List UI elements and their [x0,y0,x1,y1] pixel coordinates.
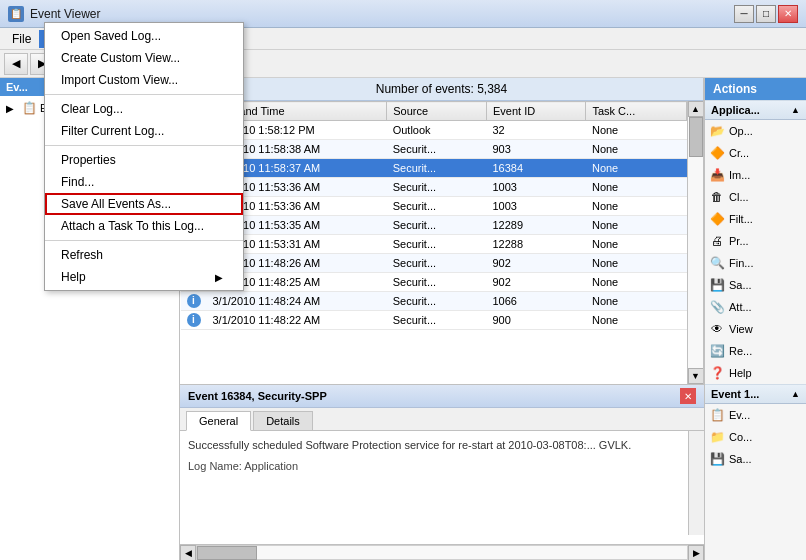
col-eventid[interactable]: Event ID [487,102,586,121]
detail-tabs: General Details [180,408,704,431]
menu-item-1[interactable]: Create Custom View... [45,47,243,69]
hscroll-track[interactable] [196,545,688,560]
scroll-thumb[interactable] [689,117,703,157]
menu-item-6[interactable]: Find... [45,171,243,193]
detail-title-bar: Event 16384, Security-SPP ✕ [180,385,704,408]
table-row[interactable]: i3/1/2010 11:53:31 AMSecurit...12288None [181,235,687,254]
action-item-0-8[interactable]: 📎Att... [705,296,806,318]
action-group-header-1[interactable]: Event 1...▲ [705,384,806,404]
action-item-label: Sa... [729,453,752,465]
events-table-wrapper: Date and Time Source Event ID Task C... … [180,101,703,384]
action-item-1-2[interactable]: 💾Sa... [705,448,806,470]
minimize-button[interactable]: ─ [734,5,754,23]
table-row[interactable]: i3/1/2010 1:58:12 PMOutlook32None [181,121,687,140]
table-cell: 16384 [487,159,586,178]
back-button[interactable]: ◀ [4,53,28,75]
menu-item-0[interactable]: Open Saved Log... [45,25,243,47]
action-item-0-4[interactable]: 🔶Filt... [705,208,806,230]
action-item-0-10[interactable]: 🔄Re... [705,340,806,362]
table-cell: None [586,311,687,330]
action-dropdown-menu: Open Saved Log...Create Custom View...Im… [44,22,244,291]
action-item-1-0[interactable]: 📋Ev... [705,404,806,426]
menu-item-4[interactable]: Filter Current Log... [45,120,243,142]
menu-item-5[interactable]: Properties [45,149,243,171]
action-item-0-9[interactable]: 👁View [705,318,806,340]
detail-panel: Event 16384, Security-SPP ✕ General Deta… [180,384,704,544]
table-cell: 12288 [487,235,586,254]
close-button[interactable]: ✕ [778,5,798,23]
table-cell: 12289 [487,216,586,235]
scroll-down-arrow[interactable]: ▼ [688,368,704,384]
table-cell: 903 [487,140,586,159]
table-row[interactable]: i3/1/2010 11:48:24 AMSecurit...1066None [181,292,687,311]
action-item-0-11[interactable]: ❓Help [705,362,806,384]
action-item-label: Pr... [729,235,749,247]
action-item-0-6[interactable]: 🔍Fin... [705,252,806,274]
action-item-label: Filt... [729,213,753,225]
table-cell: 900 [487,311,586,330]
vertical-scrollbar[interactable]: ▲ ▼ [687,101,703,384]
menu-item-2[interactable]: Import Custom View... [45,69,243,91]
tab-general[interactable]: General [186,411,251,431]
scroll-right-btn[interactable]: ▶ [688,545,704,561]
action-group-label: Applica... [711,104,760,116]
action-item-label: Att... [729,301,752,313]
table-cell: None [586,140,687,159]
action-item-0-7[interactable]: 💾Sa... [705,274,806,296]
col-task[interactable]: Task C... [586,102,687,121]
hscroll-thumb[interactable] [197,546,257,560]
table-row[interactable]: i3/1/2010 11:48:26 AMSecurit...902None [181,254,687,273]
table-cell: 902 [487,273,586,292]
menu-item-7[interactable]: Save All Events As... [45,193,243,215]
action-item-icon: ❓ [709,365,725,381]
table-cell: Securit... [387,235,487,254]
table-cell: Securit... [387,254,487,273]
log-name-label: Log Name: [188,460,242,472]
action-item-0-2[interactable]: 📥Im... [705,164,806,186]
action-group-header-0[interactable]: Applica...▲ [705,100,806,120]
table-row[interactable]: i3/1/2010 11:48:22 AMSecurit...900None [181,311,687,330]
table-cell: 3/1/2010 11:48:22 AM [207,311,387,330]
menu-item-3[interactable]: Clear Log... [45,98,243,120]
table-row[interactable]: i3/1/2010 11:48:25 AMSecurit...902None [181,273,687,292]
table-cell: 1066 [487,292,586,311]
table-cell: Securit... [387,159,487,178]
menu-item-10[interactable]: Help▶ [45,266,243,288]
detail-text: Successfully scheduled Software Protecti… [188,437,696,454]
action-item-label: Ev... [729,409,750,421]
table-row[interactable]: i3/1/2010 11:58:37 AMSecurit...16384None [181,159,687,178]
tab-details[interactable]: Details [253,411,313,430]
table-cell: None [586,292,687,311]
menu-item-9[interactable]: Refresh [45,244,243,266]
actions-groups: Applica...▲📂Op...🔶Cr...📥Im...🗑Cl...🔶Filt… [705,100,806,470]
table-row[interactable]: i3/1/2010 11:53:36 AMSecurit...1003None [181,178,687,197]
action-item-1-1[interactable]: 📁Co... [705,426,806,448]
bottom-scrollbar: ◀ ▶ [180,544,704,560]
table-row[interactable]: i3/1/2010 11:53:36 AMSecurit...1003None [181,197,687,216]
detail-content: Successfully scheduled Software Protecti… [180,431,704,535]
scroll-left-btn[interactable]: ◀ [180,545,196,561]
action-item-0-3[interactable]: 🗑Cl... [705,186,806,208]
action-item-icon: 💾 [709,451,725,467]
table-cell: None [586,178,687,197]
actions-header-label: Actions [713,82,757,96]
action-item-0-1[interactable]: 🔶Cr... [705,142,806,164]
maximize-button[interactable]: □ [756,5,776,23]
col-source[interactable]: Source [387,102,487,121]
group-collapse-icon: ▲ [791,389,800,399]
table-row[interactable]: i3/1/2010 11:53:35 AMSecurit...12289None [181,216,687,235]
menu-file[interactable]: File [4,30,39,48]
action-item-0-5[interactable]: 🖨Pr... [705,230,806,252]
action-item-0-0[interactable]: 📂Op... [705,120,806,142]
detail-scrollbar[interactable] [688,431,704,535]
detail-close-button[interactable]: ✕ [680,388,696,404]
action-item-icon: 👁 [709,321,725,337]
action-item-icon: 💾 [709,277,725,293]
action-item-icon: 📁 [709,429,725,445]
expand-icon: ▶ [6,103,18,114]
scroll-track[interactable] [688,117,703,368]
menu-item-8[interactable]: Attach a Task To this Log... [45,215,243,237]
scroll-up-arrow[interactable]: ▲ [688,101,704,117]
table-row[interactable]: i3/1/2010 11:58:38 AMSecurit...903None [181,140,687,159]
table-cell: Securit... [387,273,487,292]
